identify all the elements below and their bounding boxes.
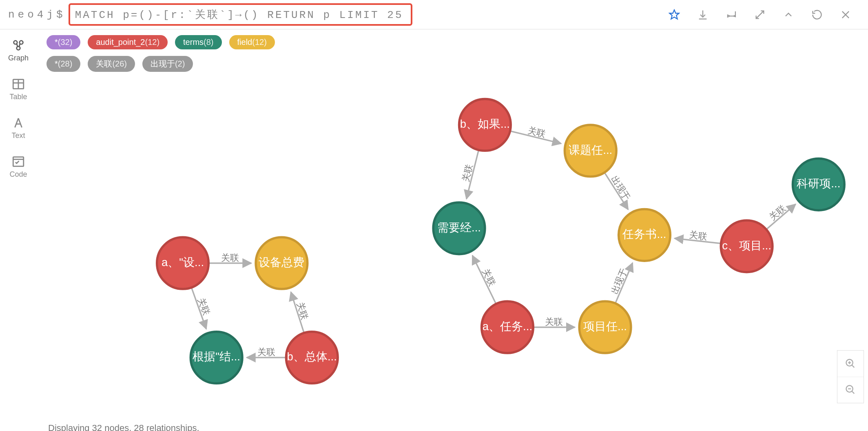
svg-point-6: [157, 237, 209, 289]
svg-point-9: [286, 332, 338, 384]
graph-node[interactable]: 课题任...: [565, 125, 616, 177]
legend-pill-label: audit_point_2: [96, 38, 145, 47]
graph-edge-label: 关联: [689, 229, 708, 242]
legend-pill[interactable]: *(28): [46, 56, 80, 72]
graph-node[interactable]: b、总体...: [286, 332, 338, 384]
graph-edge-label: 关联: [257, 347, 275, 358]
legend-pill[interactable]: 关联(26): [88, 56, 135, 72]
sidebar-item-label: Table: [9, 93, 27, 101]
favorite-icon[interactable]: [667, 8, 681, 22]
svg-point-7: [256, 237, 308, 289]
pin-icon[interactable]: [724, 8, 738, 22]
legend-pill[interactable]: *(32): [46, 35, 80, 49]
svg-marker-0: [669, 10, 679, 19]
legend-node-row: *(32)audit_point_2(12)terms(8)field(12): [46, 35, 858, 49]
legend-pill-count: (12): [145, 38, 159, 47]
status-text: Displaying 32 nodes, 28 relationships.: [48, 423, 199, 431]
graph-edge-label: 出现于: [609, 267, 629, 295]
graph-edge-label: 关联: [221, 253, 239, 263]
query-input[interactable]: MATCH p=()-[r:`关联`]→() RETURN p LIMIT 25: [75, 7, 403, 22]
legend-pill-label: 关联: [96, 58, 112, 69]
sidebar-item-text[interactable]: Text: [0, 113, 37, 142]
expand-icon[interactable]: [753, 8, 767, 22]
svg-point-15: [579, 301, 631, 353]
legend-pill-label: field: [237, 38, 252, 47]
query-actions: [667, 8, 864, 22]
svg-point-17: [793, 159, 844, 211]
graph-canvas[interactable]: 关联关联关联关联关联关联关联关联出现于出现于关联关联 a、"设...设备总费根据…: [37, 74, 868, 423]
graph-node[interactable]: c、项目...: [721, 220, 773, 272]
view-sidebar: Graph Table Text Code: [0, 29, 37, 431]
legend-pill[interactable]: 出现于(2): [142, 56, 193, 72]
svg-point-13: [565, 125, 616, 177]
graph-node[interactable]: 根据"结...: [190, 332, 242, 384]
sidebar-item-table[interactable]: Table: [0, 75, 37, 104]
download-icon[interactable]: [696, 8, 710, 22]
refresh-icon[interactable]: [810, 8, 824, 22]
legend-pill[interactable]: field(12): [229, 35, 275, 49]
legend-pill-count: (26): [112, 59, 127, 69]
graph-node[interactable]: 科研项...: [793, 159, 844, 211]
sidebar-item-label: Code: [9, 170, 27, 179]
graph-node[interactable]: 任务书...: [619, 209, 671, 261]
legend-pill[interactable]: audit_point_2(12): [88, 35, 168, 49]
legend: *(32)audit_point_2(12)terms(8)field(12) …: [37, 29, 868, 74]
svg-point-8: [190, 332, 242, 384]
collapse-up-icon[interactable]: [782, 8, 795, 22]
close-icon[interactable]: [839, 8, 852, 22]
status-footer: Displaying 32 nodes, 28 relationships.: [37, 423, 868, 431]
zoom-out-button[interactable]: [837, 377, 864, 403]
graph-edge-label: 关联: [545, 317, 563, 327]
svg-point-16: [721, 220, 773, 272]
sidebar-item-label: Text: [11, 131, 25, 140]
sidebar-item-graph[interactable]: Graph: [0, 36, 37, 65]
svg-point-11: [433, 202, 485, 254]
legend-pill-count: (2): [175, 59, 185, 69]
graph-edge-label: 关联: [196, 296, 212, 317]
svg-point-14: [619, 209, 671, 261]
graph-node[interactable]: a、任务...: [482, 301, 534, 353]
legend-pill-label: terms: [183, 38, 204, 47]
legend-pill-count: (32): [58, 38, 73, 47]
legend-pill-count: (8): [204, 38, 213, 47]
legend-rel-row: *(28)关联(26)出现于(2): [46, 56, 858, 72]
svg-point-3: [17, 47, 20, 50]
legend-pill-count: (28): [58, 59, 73, 69]
graph-node[interactable]: 需要经...: [433, 202, 485, 254]
legend-pill-label: *: [55, 38, 58, 47]
legend-pill[interactable]: terms(8): [175, 35, 221, 49]
zoom-controls: [837, 350, 864, 403]
legend-pill-label: 出现于: [151, 58, 175, 69]
graph-edge-label: 关联: [460, 163, 474, 183]
query-prompt: neo4j$: [8, 9, 66, 21]
sidebar-item-label: Graph: [8, 54, 29, 62]
query-bar: neo4j$ MATCH p=()-[r:`关联`]→() RETURN p L…: [0, 0, 868, 29]
graph-node[interactable]: 项目任...: [579, 301, 631, 353]
svg-point-10: [459, 99, 511, 151]
graph-node[interactable]: 设备总费: [256, 237, 308, 289]
zoom-in-button[interactable]: [837, 351, 864, 377]
graph-node[interactable]: a、"设...: [157, 237, 209, 289]
legend-pill-label: *: [55, 59, 58, 69]
query-highlight-box: MATCH p=()-[r:`关联`]→() RETURN p LIMIT 25: [69, 3, 412, 26]
svg-point-12: [482, 301, 534, 353]
graph-node[interactable]: b、如果...: [459, 99, 511, 151]
legend-pill-count: (12): [252, 38, 267, 47]
graph-edge-label: 关联: [527, 125, 547, 139]
graph-edge-label: 关联: [295, 301, 310, 321]
sidebar-item-code[interactable]: Code: [0, 152, 37, 181]
